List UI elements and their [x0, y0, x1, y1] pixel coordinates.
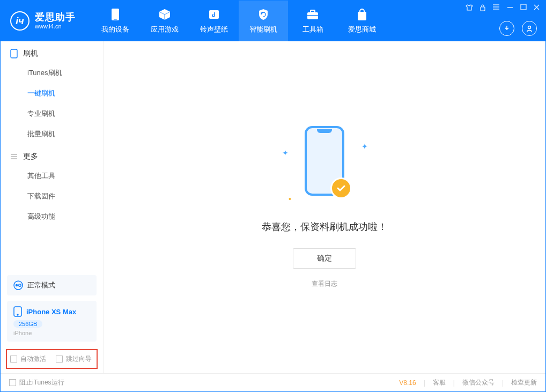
menu-icon[interactable] — [492, 4, 500, 13]
mode-card[interactable]: 正常模式 — [7, 275, 97, 295]
nav-shop[interactable]: 爱思商城 — [337, 1, 387, 41]
checkbox-label: 自动激活 — [20, 354, 46, 364]
checkbox-block-itunes[interactable]: 阻止iTunes运行 — [9, 378, 64, 387]
nav-ringtone[interactable]: 铃声壁纸 — [189, 1, 239, 41]
nav-label: 工具箱 — [302, 25, 323, 34]
sparkle-icon: • — [289, 195, 291, 203]
checkbox-label: 阻止iTunes运行 — [19, 378, 64, 387]
sparkle-icon: ✦ — [282, 149, 289, 157]
sidebar-item-oneclick-flash[interactable]: 一键刷机 — [1, 83, 103, 103]
maximize-icon[interactable] — [520, 4, 527, 13]
highlighted-checkbox-row: 自动激活 跳过向导 — [6, 349, 98, 369]
device-name: iPhone XS Max — [26, 308, 76, 316]
success-illustration: ✦ ✦ • — [279, 126, 370, 206]
nav-flash[interactable]: 智能刷机 — [239, 1, 288, 41]
device-storage: 256GB — [13, 320, 42, 328]
svg-rect-11 — [521, 4, 526, 10]
footer-link-service[interactable]: 客服 — [433, 378, 446, 387]
logo-area: iч 爱思助手 www.i4.cn — [1, 1, 85, 41]
svg-rect-0 — [112, 9, 119, 20]
sidebar-item-other-tools[interactable]: 其他工具 — [1, 166, 103, 186]
check-badge-icon — [330, 177, 352, 199]
device-panels: 正常模式 iPhone XS Max 256GB iPhone — [1, 270, 103, 347]
nav-apps[interactable]: 应用游戏 — [140, 1, 189, 41]
download-icon[interactable] — [499, 21, 514, 36]
footer-link-update[interactable]: 检查更新 — [511, 378, 537, 387]
svg-rect-5 — [307, 15, 318, 16]
nav-label: 应用游戏 — [151, 25, 179, 34]
svg-rect-6 — [481, 7, 485, 11]
app-title: 爱思助手 — [35, 12, 76, 24]
device-phone-icon — [13, 306, 22, 317]
checkbox-label: 跳过向导 — [66, 354, 92, 364]
svg-rect-2 — [209, 10, 219, 19]
checkbox-auto-activate[interactable]: 自动激活 — [10, 354, 46, 364]
view-log-link[interactable]: 查看日志 — [312, 279, 337, 289]
bag-icon — [356, 8, 368, 21]
phone-icon — [111, 8, 120, 21]
app-url: www.i4.cn — [35, 23, 76, 30]
window-controls — [466, 4, 540, 13]
device-type: iPhone — [13, 330, 90, 336]
checkbox-skip-guide[interactable]: 跳过向导 — [56, 354, 92, 364]
cube-icon — [158, 8, 171, 21]
top-nav: 我的设备 应用游戏 铃声壁纸 智能刷机 工具箱 爱思商城 — [91, 1, 387, 41]
close-icon[interactable] — [533, 4, 540, 13]
sidebar-group-flash[interactable]: 刷机 — [1, 41, 103, 63]
lock-icon[interactable] — [479, 4, 486, 13]
svg-point-23 — [17, 314, 18, 315]
group-title: 刷机 — [23, 49, 38, 58]
sidebar-item-download-firmware[interactable]: 下载固件 — [1, 186, 103, 206]
mode-icon — [13, 280, 23, 290]
ok-button[interactable]: 确定 — [293, 248, 356, 269]
toolbox-icon — [306, 8, 319, 21]
svg-rect-1 — [114, 19, 117, 20]
shirt-icon[interactable] — [466, 4, 473, 13]
svg-point-20 — [16, 284, 18, 286]
shield-refresh-icon — [257, 8, 270, 21]
checkbox-icon — [9, 379, 16, 386]
mode-label: 正常模式 — [27, 280, 55, 290]
header-user-actions — [499, 21, 537, 36]
svg-point-21 — [19, 284, 21, 286]
device-card[interactable]: iPhone XS Max 256GB iPhone — [7, 301, 97, 342]
checkbox-icon — [56, 356, 63, 363]
success-message: 恭喜您，保资料刷机成功啦！ — [262, 220, 387, 233]
version-label: V8.16 — [399, 379, 416, 387]
main-content: ✦ ✦ • 恭喜您，保资料刷机成功啦！ 确定 查看日志 — [104, 41, 545, 373]
nav-label: 爱思商城 — [348, 25, 376, 34]
svg-rect-4 — [311, 10, 315, 12]
svg-rect-3 — [307, 12, 318, 19]
list-icon — [10, 153, 18, 160]
user-icon[interactable] — [522, 21, 537, 36]
svg-rect-15 — [11, 49, 17, 58]
sidebar-group-more[interactable]: 更多 — [1, 144, 103, 166]
svg-point-14 — [528, 26, 531, 29]
header: iч 爱思助手 www.i4.cn 我的设备 应用游戏 铃声壁纸 智能刷机 — [1, 1, 545, 41]
music-folder-icon — [208, 8, 220, 21]
phone-outline-icon — [10, 49, 18, 58]
sparkle-icon: ✦ — [361, 142, 368, 151]
app-window: iч 爱思助手 www.i4.cn 我的设备 应用游戏 铃声壁纸 智能刷机 — [0, 0, 546, 392]
footer: 阻止iTunes运行 V8.16 | 客服 | 微信公众号 | 检查更新 — [1, 373, 545, 391]
logo-icon: iч — [10, 11, 29, 31]
sidebar-item-pro-flash[interactable]: 专业刷机 — [1, 103, 103, 124]
nav-label: 我的设备 — [101, 25, 129, 34]
phone-notch — [317, 129, 332, 133]
sidebar-item-itunes-flash[interactable]: iTunes刷机 — [1, 63, 103, 83]
sidebar: 刷机 iTunes刷机 一键刷机 专业刷机 批量刷机 更多 其他工具 下载固件 … — [1, 41, 104, 373]
checkbox-icon — [10, 356, 17, 363]
group-title: 更多 — [23, 152, 38, 161]
nav-toolbox[interactable]: 工具箱 — [288, 1, 337, 41]
minimize-icon[interactable] — [506, 4, 514, 13]
nav-label: 智能刷机 — [249, 25, 277, 34]
nav-label: 铃声壁纸 — [200, 25, 228, 34]
logo-text: 爱思助手 www.i4.cn — [35, 12, 76, 31]
footer-link-wechat[interactable]: 微信公众号 — [462, 378, 495, 387]
footer-right: V8.16 | 客服 | 微信公众号 | 检查更新 — [399, 378, 537, 387]
body: 刷机 iTunes刷机 一键刷机 专业刷机 批量刷机 更多 其他工具 下载固件 … — [1, 41, 545, 373]
sidebar-item-advanced[interactable]: 高级功能 — [1, 206, 103, 227]
sidebar-item-batch-flash[interactable]: 批量刷机 — [1, 124, 103, 144]
nav-my-device[interactable]: 我的设备 — [91, 1, 140, 41]
